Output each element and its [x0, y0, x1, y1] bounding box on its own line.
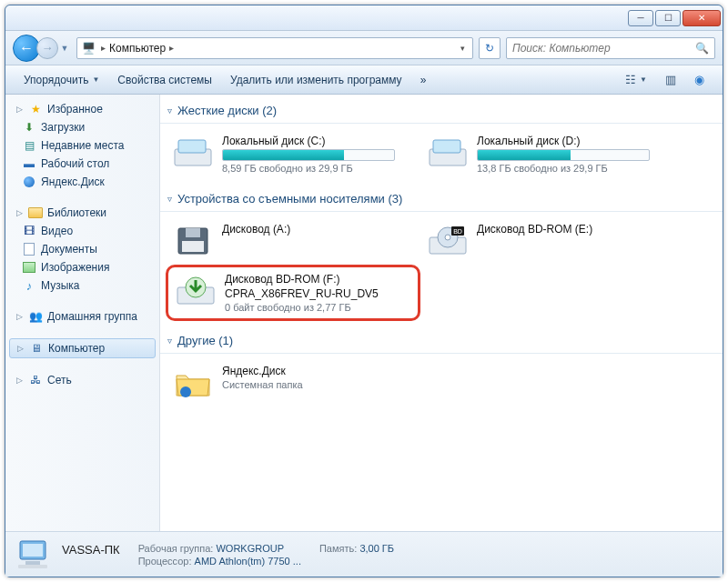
drive-c[interactable]: Локальный диск (C:) 8,59 ГБ свободно из …: [166, 129, 420, 179]
sidebar-item-downloads[interactable]: ⬇Загрузки: [5, 118, 159, 136]
svg-rect-17: [25, 561, 40, 565]
chevron-down-icon: ▼: [92, 75, 99, 84]
collapse-icon: ▿: [167, 194, 172, 204]
breadcrumb-root[interactable]: Компьютер: [107, 42, 167, 55]
bdrom-install-icon: [174, 273, 217, 309]
refresh-button[interactable]: ↻: [479, 37, 500, 59]
toolbar: Упорядочить▼ Свойства системы Удалить ил…: [5, 65, 723, 95]
svg-text:BD: BD: [453, 228, 462, 235]
hdd-icon: [426, 135, 470, 171]
item-yandexdisk[interactable]: Яндекс.Диск Системная папка: [166, 359, 420, 406]
main-pane: ▷★Избранное ⬇Загрузки ▤Недавние места ▬Р…: [5, 95, 723, 531]
svg-rect-3: [433, 140, 460, 153]
collapse-icon: ▿: [167, 336, 172, 346]
hdd-icon: [171, 135, 215, 171]
folder-icon: [171, 365, 215, 401]
titlebar: ─ ☐ ✕: [5, 5, 723, 31]
drive-f[interactable]: Дисковод BD-ROM (F:) CPRA_X86FREV_RU-RU_…: [166, 265, 420, 321]
breadcrumb-sep: ▸: [99, 43, 107, 53]
yandex-disk-icon: [22, 175, 36, 189]
favorites-root[interactable]: ▷★Избранное: [5, 100, 159, 118]
computer-large-icon: [15, 537, 53, 573]
drive-d[interactable]: Локальный диск (D:) 13,8 ГБ свободно из …: [420, 129, 675, 179]
maximize-button[interactable]: ☐: [655, 10, 681, 26]
preview-pane-button[interactable]: ▥: [656, 69, 685, 90]
computer-icon: 🖥: [29, 341, 44, 356]
sidebar-item-yandexdisk[interactable]: Яндекс.Диск: [5, 173, 159, 191]
svg-rect-16: [23, 544, 43, 557]
drive-e[interactable]: BD Дисковод BD-ROM (E:): [420, 217, 675, 265]
floppy-icon: [171, 223, 215, 259]
group-header-hdd[interactable]: ▿Жесткие диски (2): [160, 98, 723, 124]
svg-point-9: [445, 235, 450, 240]
nav-buttons: ← → ▼: [13, 35, 71, 62]
system-properties-button[interactable]: Свойства системы: [108, 70, 221, 90]
preview-pane-icon: ▥: [665, 73, 676, 86]
video-icon: 🎞: [22, 224, 36, 238]
forward-button[interactable]: →: [36, 37, 58, 59]
sidebar-item-desktop[interactable]: ▬Рабочий стол: [5, 155, 159, 173]
address-bar[interactable]: 🖥️ ▸ Компьютер ▸ ▾: [76, 37, 473, 59]
pictures-icon: [22, 260, 36, 275]
help-button[interactable]: ◉: [685, 69, 713, 90]
uninstall-program-button[interactable]: Удалить или изменить программу: [221, 70, 411, 90]
star-icon: ★: [28, 102, 43, 116]
capacity-bar: [477, 149, 650, 161]
status-cpu: Процессор: AMD Athlon(tm) 7750 ...: [138, 556, 301, 567]
svg-point-14: [180, 386, 191, 397]
sidebar-item-documents[interactable]: Документы: [5, 240, 159, 258]
help-icon: ◉: [694, 73, 704, 86]
libraries-icon: [28, 206, 43, 220]
music-icon: ♪: [22, 278, 36, 293]
sidebar-item-music[interactable]: ♪Музыка: [5, 276, 159, 295]
content-pane: ▿Жесткие диски (2) Локальный диск (C:) 8…: [160, 95, 723, 531]
search-input[interactable]: [512, 42, 695, 55]
close-button[interactable]: ✕: [682, 10, 721, 26]
svg-rect-5: [186, 228, 200, 237]
search-box[interactable]: 🔍: [506, 37, 715, 59]
status-name: VASSA-ПК: [62, 543, 120, 557]
toolbar-overflow[interactable]: »: [411, 70, 436, 90]
drive-a[interactable]: Дисковод (A:): [166, 217, 420, 265]
view-icons-icon: ☷: [625, 73, 636, 86]
desktop-icon: ▬: [22, 156, 36, 171]
navbar: ← → ▼ 🖥️ ▸ Компьютер ▸ ▾ ↻ 🔍: [5, 31, 723, 65]
bdrom-icon: BD: [426, 223, 470, 259]
svg-rect-6: [182, 241, 204, 252]
homegroup-root[interactable]: ▷👥Домашняя группа: [5, 307, 159, 326]
group-header-other[interactable]: ▿Другие (1): [160, 328, 723, 354]
computer-icon: 🖥️: [81, 41, 96, 55]
homegroup-icon: 👥: [28, 309, 43, 324]
status-workgroup: Рабочая группа: WORKGROUP: [138, 543, 301, 554]
network-icon: 🖧: [28, 373, 43, 387]
capacity-bar: [222, 149, 395, 161]
document-icon: [22, 242, 36, 256]
computer-root[interactable]: ▷🖥Компьютер: [9, 338, 156, 358]
organize-button[interactable]: Упорядочить▼: [15, 70, 108, 90]
sidebar-item-videos[interactable]: 🎞Видео: [5, 222, 159, 240]
breadcrumb-sep: ▸: [167, 43, 176, 53]
view-icons-button[interactable]: ☷▼: [616, 69, 656, 90]
recent-icon: ▤: [22, 138, 36, 153]
nav-history-dropdown[interactable]: ▼: [58, 35, 71, 62]
address-dropdown-icon[interactable]: ▾: [457, 44, 469, 53]
details-pane: VASSA-ПК Рабочая группа: WORKGROUP Проце…: [5, 531, 723, 577]
sidebar-item-recent[interactable]: ▤Недавние места: [5, 136, 159, 155]
minimize-button[interactable]: ─: [628, 10, 653, 26]
libraries-root[interactable]: ▷Библиотеки: [5, 204, 159, 222]
svg-rect-1: [178, 140, 206, 153]
network-root[interactable]: ▷🖧Сеть: [5, 371, 159, 389]
svg-rect-18: [18, 565, 47, 568]
search-icon: 🔍: [695, 42, 709, 55]
explorer-window: ─ ☐ ✕ ← → ▼ 🖥️ ▸ Компьютер ▸ ▾ ↻ 🔍 Упоря…: [5, 5, 723, 577]
navigation-tree: ▷★Избранное ⬇Загрузки ▤Недавние места ▬Р…: [5, 95, 160, 531]
downloads-icon: ⬇: [22, 120, 36, 135]
collapse-icon: ▿: [167, 105, 172, 115]
sidebar-item-pictures[interactable]: Изображения: [5, 258, 159, 276]
status-memory: Память: 3,00 ГБ: [319, 543, 394, 554]
group-header-removable[interactable]: ▿Устройства со съемными носителями (3): [160, 186, 723, 212]
